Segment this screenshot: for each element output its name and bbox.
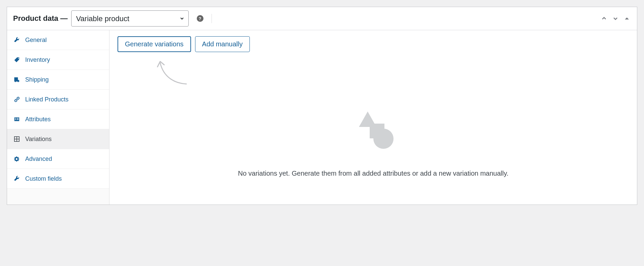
product-data-panel: Product data — Variable product ? <box>7 7 637 205</box>
move-down-button[interactable] <box>611 14 619 23</box>
move-up-button[interactable] <box>600 14 608 23</box>
sidebar-tab-variations[interactable]: Variations <box>7 129 109 149</box>
sidebar-tab-label: General <box>25 37 47 44</box>
sidebar-tab-label: Variations <box>25 136 52 143</box>
empty-state: No variations yet. Generate them from al… <box>118 87 629 198</box>
svg-point-5 <box>373 129 394 149</box>
sidebar-tab-shipping[interactable]: Shipping <box>7 70 109 90</box>
sidebar-tab-label: Inventory <box>25 56 50 63</box>
action-buttons: Generate variations Add manually <box>118 36 629 52</box>
grid-icon <box>13 135 20 143</box>
sidebar-tab-label: Linked Products <box>25 96 68 103</box>
sidebar-tab-inventory[interactable]: Inventory <box>7 50 109 70</box>
sidebar-tab-custom-fields[interactable]: Custom fields <box>7 169 109 189</box>
sidebar-tab-linked-products[interactable]: Linked Products <box>7 90 109 109</box>
product-type-select[interactable]: Variable product <box>71 10 189 27</box>
panel-header: Product data — Variable product ? <box>7 7 637 30</box>
empty-state-text: No variations yet. Generate them from al… <box>238 168 509 178</box>
panel-header-controls <box>600 14 631 23</box>
generate-variations-button[interactable]: Generate variations <box>118 36 191 52</box>
shapes-icon <box>352 110 395 151</box>
sidebar-tab-label: Custom fields <box>25 175 62 182</box>
panel-body: General Inventory Shipping <box>7 30 637 205</box>
content-area: Generate variations Add manually <box>109 30 637 205</box>
help-icon[interactable]: ? <box>197 15 203 22</box>
gear-icon <box>13 155 20 163</box>
sidebar-tabs: General Inventory Shipping <box>7 30 109 205</box>
arrow-hint-icon <box>156 59 629 87</box>
sidebar-tab-advanced[interactable]: Advanced <box>7 149 109 169</box>
toggle-collapse-button[interactable] <box>623 14 631 23</box>
sidebar-tab-label: Advanced <box>25 156 52 163</box>
wrench-icon <box>13 36 20 44</box>
product-type-select-wrapper: Variable product <box>71 10 189 27</box>
sidebar-tab-label: Shipping <box>25 76 49 83</box>
truck-icon <box>13 76 20 83</box>
card-icon <box>13 116 20 123</box>
sidebar-tab-attributes[interactable]: Attributes <box>7 109 109 129</box>
divider <box>212 14 212 23</box>
sidebar-tab-general[interactable]: General <box>7 30 109 50</box>
add-manually-button[interactable]: Add manually <box>195 36 250 52</box>
wrench-icon <box>13 175 20 182</box>
tag-icon <box>13 56 20 63</box>
sidebar-tab-label: Attributes <box>25 116 51 123</box>
panel-title: Product data — <box>13 14 68 23</box>
link-icon <box>13 96 20 103</box>
